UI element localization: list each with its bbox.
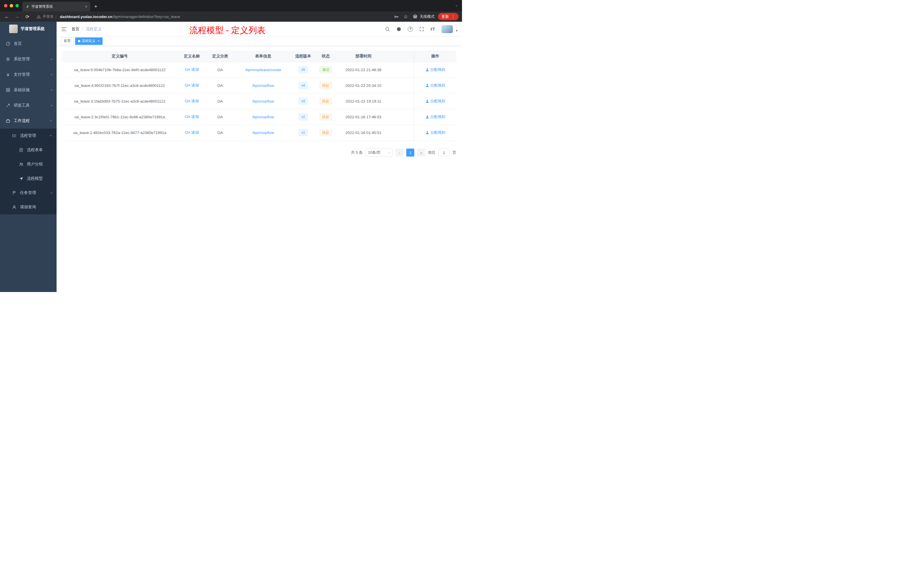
assign-rule-button[interactable]: 分配规则	[426, 114, 445, 119]
goto-page-input[interactable]	[438, 148, 450, 157]
forward-button[interactable]: →	[14, 14, 21, 19]
avatar-dropdown-caret-icon[interactable]: ▾	[456, 29, 457, 33]
warning-icon	[36, 15, 41, 19]
back-button[interactable]: ←	[3, 14, 10, 19]
next-page-button[interactable]: ›	[417, 148, 425, 157]
definition-category: OA	[206, 78, 234, 93]
fullscreen-icon[interactable]	[419, 26, 424, 32]
definitions-table: 定义编号 定义名称 定义分类 表单信息 流程版本 状态 部署时间 操作 oa_l…	[62, 51, 456, 140]
github-icon[interactable]	[396, 26, 401, 32]
yen-icon: ¥	[6, 72, 10, 77]
close-window-button[interactable]	[4, 4, 7, 7]
user-avatar[interactable]	[441, 25, 453, 33]
definition-name-link[interactable]: OA 请假	[185, 67, 199, 72]
definition-id: oa_leave:4:991f2193-7b7f-11ec-a3c8-acde4…	[62, 78, 177, 93]
sidebar-logo[interactable]: 芋道管理系统	[0, 22, 56, 36]
tab-search-icon[interactable]: ⌄	[455, 3, 458, 7]
tab-title: 芋道管理系统	[31, 4, 83, 9]
person-icon	[426, 115, 429, 119]
gear-icon	[6, 57, 10, 61]
hamburger-icon	[61, 26, 67, 32]
breadcrumb-home[interactable]: 首页	[71, 26, 79, 32]
definition-name-link[interactable]: OA 请假	[185, 83, 199, 88]
table-row: oa_leave:4:991f2193-7b7f-11ec-a3c8-acde4…	[62, 78, 456, 93]
prev-page-button[interactable]: ‹	[396, 148, 403, 157]
security-chip[interactable]: 不安全 |	[36, 14, 56, 19]
form-link[interactable]: /bpm/oa/flow	[252, 83, 274, 88]
chevron-down-icon	[388, 151, 391, 153]
pagination: 共 5 条 10条/页 ‹ 1 › 前往 页	[56, 148, 456, 157]
send-icon	[19, 176, 23, 181]
tab-close-icon[interactable]: ×	[85, 4, 87, 9]
assign-rule-button[interactable]: 分配规则	[426, 67, 445, 72]
browser-menu-icon[interactable]: ⋮	[451, 14, 455, 19]
deploy-time: 2022-01-22 20:34:10	[338, 78, 389, 93]
sidebar-toggle-button[interactable]	[56, 26, 71, 32]
sidebar-item-infra[interactable]: 基础设施	[0, 82, 56, 98]
form-link[interactable]: /bpm/oa/flow	[252, 115, 274, 119]
sidebar-item-devtools[interactable]: 研发工具	[0, 98, 56, 113]
version-badge: v1	[299, 129, 308, 136]
sidebar-item-payment[interactable]: ¥ 支付管理	[0, 67, 56, 82]
minimize-window-button[interactable]	[10, 4, 13, 7]
incognito-label: 无痕模式	[420, 14, 435, 19]
page-size-select[interactable]: 10条/页	[365, 148, 393, 157]
sidebar-item-task-management[interactable]: 任务管理	[0, 186, 56, 200]
form-link[interactable]: /bpm/oa/flow	[252, 99, 274, 104]
table-row: oa_leave:3:1fad3d93-7b75-11ec-a3c8-acde4…	[62, 93, 456, 109]
browser-tab[interactable]: 芋道管理系统 ×	[22, 2, 90, 12]
form-link[interactable]: /bpm/oa/leave/create	[245, 68, 281, 72]
definition-category: OA	[206, 109, 234, 125]
sidebar-item-process-form[interactable]: 流程表单	[0, 143, 56, 157]
active-tag-dot	[78, 40, 80, 42]
assign-rule-button[interactable]: 分配规则	[426, 83, 445, 88]
definition-name-link[interactable]: OA 请假	[185, 99, 199, 104]
form-icon	[19, 148, 23, 152]
status-badge: 挂起	[319, 82, 332, 89]
new-tab-button[interactable]: +	[90, 2, 101, 12]
definition-name-link[interactable]: OA 请假	[185, 130, 199, 135]
definition-name-link[interactable]: OA 请假	[185, 114, 199, 119]
update-button[interactable]: 更新 ⋮	[438, 13, 459, 20]
sidebar-item-system[interactable]: 系统管理	[0, 51, 56, 67]
users-icon	[19, 162, 23, 167]
sidebar-item-workflow[interactable]: 工作流程	[0, 113, 56, 129]
tools-icon	[6, 103, 10, 108]
url-field[interactable]: dashboard.yudao.iocoder.cn/bpm/manager/d…	[60, 15, 180, 19]
flag-icon	[12, 191, 16, 195]
form-link[interactable]: /bpm/oa/flow	[252, 130, 274, 135]
font-size-icon[interactable]: tT	[431, 26, 435, 31]
reload-button[interactable]: ⟳	[24, 14, 31, 20]
total-count: 共 5 条	[351, 150, 363, 155]
sidebar-item-leave-query[interactable]: 请假查询	[0, 200, 56, 214]
sidebar-item-user-group[interactable]: 用户分组	[0, 157, 56, 172]
status-badge: 挂起	[319, 114, 332, 120]
version-badge: v4	[299, 82, 308, 89]
zoom-window-button[interactable]	[15, 4, 19, 7]
version-badge: v2	[299, 114, 308, 120]
security-label: 不安全	[43, 14, 54, 19]
url-host: dashboard.yudao.iocoder.cn	[60, 15, 112, 19]
favicon-leaf-icon	[25, 5, 29, 8]
sidebar-item-process-management[interactable]: 流程管理	[0, 129, 56, 143]
tag-home[interactable]: 首页	[61, 38, 73, 45]
status-badge: 激活	[319, 66, 332, 73]
table-header: 定义编号 定义名称 定义分类 表单信息 流程版本 状态 部署时间 操作	[62, 51, 456, 62]
password-key-icon[interactable]	[394, 14, 399, 19]
sidebar-item-home[interactable]: 首页	[0, 36, 56, 51]
assign-rule-button[interactable]: 分配规则	[426, 130, 445, 135]
definition-id: oa_leave:2:3c1f0ef1-76b1-11ec-9c66-a2380…	[62, 109, 177, 125]
page-1-button[interactable]: 1	[406, 148, 414, 157]
tag-close-icon[interactable]: ×	[97, 39, 100, 43]
help-icon[interactable]: ?	[408, 26, 413, 32]
sidebar-item-process-model[interactable]: 流程模型	[0, 172, 56, 186]
search-icon[interactable]	[385, 26, 390, 32]
user-icon	[12, 205, 16, 210]
gauge-icon	[6, 41, 10, 46]
bookmark-star-icon[interactable]: ☆	[402, 14, 409, 20]
assign-rule-button[interactable]: 分配规则	[426, 99, 445, 104]
tag-process-definition[interactable]: 流程定义 ×	[75, 38, 102, 45]
page-unit-label: 页	[452, 150, 456, 155]
deploy-time: 2022-01-22 21:48:38	[338, 62, 389, 78]
deploy-time: 2022-01-22 19:19:11	[338, 93, 389, 109]
